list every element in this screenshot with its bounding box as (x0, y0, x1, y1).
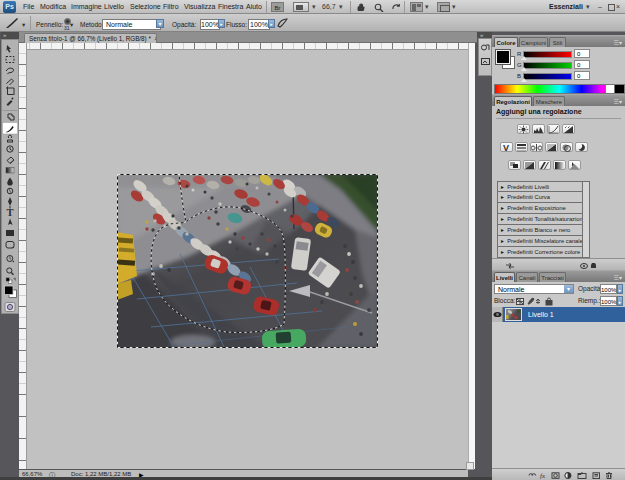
svg-text:T: T (7, 207, 14, 218)
svg-text:fx: fx (540, 472, 546, 479)
svg-text:V: V (503, 143, 509, 152)
